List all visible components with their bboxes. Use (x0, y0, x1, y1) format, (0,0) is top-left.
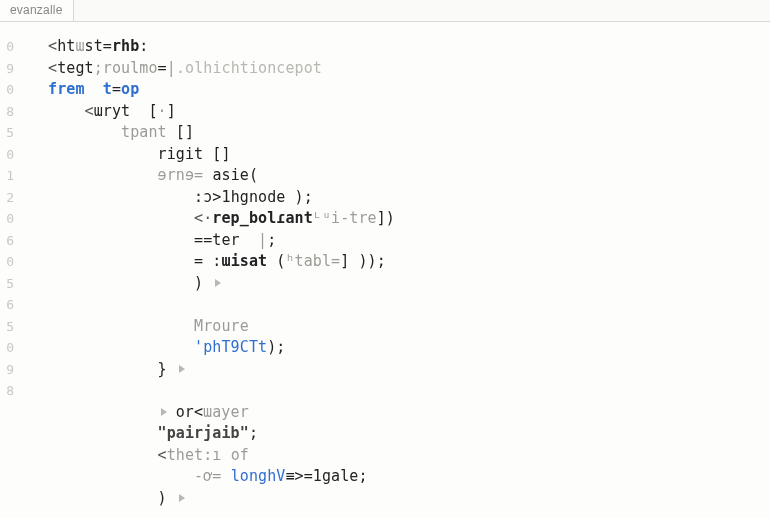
code-line: "pairjaib"; (48, 423, 770, 445)
code-token: ɯ (75, 37, 84, 55)
code-token: ≡>= (285, 467, 312, 485)
code-token: < (85, 102, 94, 120)
code-token: } (158, 360, 176, 378)
code-token: ( (267, 252, 285, 270)
code-token: ht (57, 37, 75, 55)
code-line: ) (48, 273, 770, 295)
code-token: ) (194, 274, 212, 292)
line-number: 0 (0, 36, 18, 58)
code-token: rigit [] (158, 145, 231, 163)
tab-bar: evanzalle (0, 0, 770, 22)
code-line: tpant [] (48, 122, 770, 144)
code-content[interactable]: <htɯst=rhb:<tegt;roulmo=|.olhichtioncepo… (18, 22, 770, 518)
line-number: 6 (0, 230, 18, 252)
code-line: Mroure (48, 316, 770, 338)
code-token: thet:ı of (167, 446, 249, 464)
code-token: rep_bolɾant (212, 209, 312, 227)
code-line: or<ɯayer (48, 402, 770, 424)
code-area: 09085012060565098 <htɯst=rhb:<tegt;roulm… (0, 22, 770, 518)
code-token: .olhichtioncepot (176, 59, 322, 77)
code-token: ; (358, 467, 367, 485)
code-token: "pairjaib" (158, 424, 249, 442)
code-token: ʰtabl= (285, 252, 340, 270)
code-line: } (48, 359, 770, 381)
code-token: ; (249, 424, 258, 442)
code-token: longhV (231, 467, 286, 485)
code-token: ɯayer (203, 403, 249, 421)
code-line: rigit [] (48, 144, 770, 166)
line-number: 8 (0, 101, 18, 123)
code-token: ] (167, 102, 176, 120)
code-line: <thet:ı of (48, 445, 770, 467)
line-number: 6 (0, 294, 18, 316)
code-token: == (194, 231, 212, 249)
code-token: [ (148, 102, 157, 120)
code-token: rhb (112, 37, 139, 55)
code-line (48, 294, 770, 316)
code-line: 'phT9CTt); (48, 337, 770, 359)
code-token: < (48, 59, 57, 77)
code-token: | (167, 59, 176, 77)
code-token: Mroure (194, 317, 249, 335)
code-token: ;roulmo (94, 59, 158, 77)
line-number: 0 (0, 208, 18, 230)
code-token: | (258, 231, 267, 249)
code-token: or< (167, 403, 204, 421)
code-line: ɘrnɘ= asie( (48, 165, 770, 187)
code-token: 1gale (313, 467, 359, 485)
code-line: = :ɯisat (ʰtabl=] )); (48, 251, 770, 273)
code-token: ter (212, 231, 258, 249)
line-number: 0 (0, 251, 18, 273)
code-token: ]) (377, 209, 395, 227)
code-token: frem t (48, 80, 112, 98)
code-token: < (158, 446, 167, 464)
line-number: 5 (0, 122, 18, 144)
code-token: ɯisat (222, 252, 268, 270)
file-tab[interactable]: evanzalle (0, 0, 74, 21)
line-number: 0 (0, 144, 18, 166)
code-token: 'phT9CTt (194, 338, 267, 356)
code-line: frem t=op (48, 79, 770, 101)
code-token: tegt (57, 59, 94, 77)
code-token: <· (194, 209, 212, 227)
line-number: 8 (0, 380, 18, 402)
code-line: ) (48, 488, 770, 510)
code-line: <htɯst=rhb: (48, 36, 770, 58)
code-token: 1hgnode ); (222, 188, 313, 206)
line-number: 9 (0, 58, 18, 80)
code-token: ; (267, 231, 276, 249)
code-token: = (158, 59, 167, 77)
fold-triangle-icon[interactable] (179, 365, 185, 373)
code-token: ); (267, 338, 285, 356)
code-token: tpant (121, 123, 176, 141)
code-line: :ɔ>1hgnode ); (48, 187, 770, 209)
line-number: 9 (0, 359, 18, 381)
code-token: asie (212, 166, 249, 184)
line-number: 5 (0, 273, 18, 295)
code-token: = : (194, 252, 221, 270)
fold-triangle-icon[interactable] (179, 494, 185, 502)
code-line: <tegt;roulmo=|.olhichtioncepot (48, 58, 770, 80)
code-token: ) (158, 489, 176, 507)
code-token: = (103, 37, 112, 55)
code-editor: evanzalle 09085012060565098 <htɯst=rhb:<… (0, 0, 770, 518)
code-token: ᴸᵘi-tre (313, 209, 377, 227)
line-number-gutter: 09085012060565098 (0, 22, 18, 518)
code-token: ( (249, 166, 258, 184)
line-number: 0 (0, 79, 18, 101)
code-token: ɯryt (94, 102, 149, 120)
code-token: ɘrnɘ= (158, 166, 213, 184)
code-token: op (121, 80, 139, 98)
fold-triangle-icon[interactable] (215, 279, 221, 287)
code-line: <ɯryt [·] (48, 101, 770, 123)
line-number: 5 (0, 316, 18, 338)
code-token: · (158, 102, 167, 120)
code-token: -ơ= (194, 467, 231, 485)
code-line: ==ter |; (48, 230, 770, 252)
code-token: [] (176, 123, 194, 141)
code-token: = (112, 80, 121, 98)
code-token: ] )); (340, 252, 386, 270)
line-number: 1 (0, 165, 18, 187)
code-line (48, 380, 770, 402)
code-line: -ơ= longhV≡>=1gale; (48, 466, 770, 488)
